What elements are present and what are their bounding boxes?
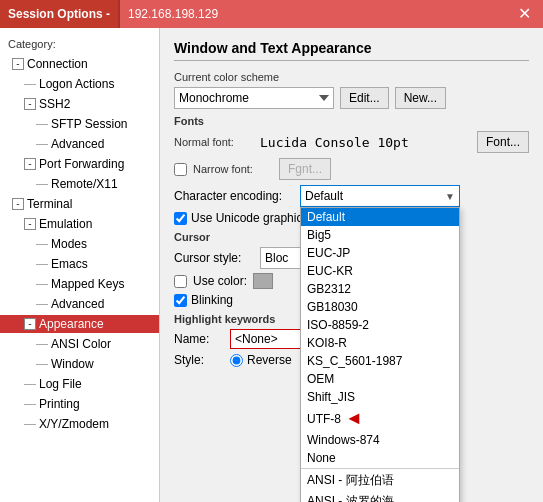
sidebar-item-emacs[interactable]: Emacs [0,254,159,274]
dash-icon [24,84,36,85]
char-encoding-row: Character encoding: Default ▼ Default Bi… [174,185,529,207]
sidebar-item-mapped-keys[interactable]: Mapped Keys [0,274,159,294]
dash-icon-modes [36,244,48,245]
expand-icon-terminal: - [12,198,24,210]
dash-icon-remote-x11 [36,184,48,185]
sidebar-item-appearance[interactable]: - Appearance [0,314,159,334]
fonts-label: Fonts [174,115,529,127]
sidebar-item-window[interactable]: Window [0,354,159,374]
use-color-label: Use color: [193,274,247,288]
dropdown-item-utf8[interactable]: UTF-8 ◄ [301,406,459,431]
sidebar-label-terminal: Terminal [27,197,72,211]
name-input[interactable] [230,329,310,349]
encoding-dropdown-arrow[interactable]: ▼ [441,191,459,202]
sidebar-item-advanced-ssh[interactable]: Advanced [0,134,159,154]
char-encoding-label: Character encoding: [174,189,294,203]
blinking-label: Blinking [191,293,233,307]
sidebar-item-log-file[interactable]: Log File [0,374,159,394]
dropdown-item-shift-jis[interactable]: Shift_JIS [301,388,459,406]
dropdown-item-default[interactable]: Default [301,208,459,226]
sidebar-item-port-forwarding[interactable]: - Port Forwarding [0,154,159,174]
use-color-checkbox[interactable] [174,275,187,288]
narrow-font-checkbox[interactable] [174,163,187,176]
sidebar-label-window: Window [51,357,94,371]
dropdown-item-oem[interactable]: OEM [301,370,459,388]
color-scheme-label: Current color scheme [174,71,529,83]
sidebar-label-appearance: Appearance [39,317,104,331]
sidebar-label-advanced-ssh: Advanced [51,137,104,151]
encoding-dropdown-container: Default ▼ Default Big5 EUC-JP EUC-KR GB2… [300,185,460,207]
dropdown-item-gb2312[interactable]: GB2312 [301,280,459,298]
expand-icon-connection: - [12,58,24,70]
expand-icon-ssh2: - [24,98,36,110]
dash-icon-log-file [24,384,36,385]
sidebar-item-terminal[interactable]: - Terminal [0,194,159,214]
narrow-font-row: Narrow font: Fgnt... [174,158,529,180]
normal-font-label: Normal font: [174,136,254,148]
edit-button[interactable]: Edit... [340,87,389,109]
dash-icon-mapped-keys [36,284,48,285]
style-reverse-radio[interactable] [230,354,243,367]
sidebar-item-advanced-term[interactable]: Advanced [0,294,159,314]
sidebar-label-mapped-keys: Mapped Keys [51,277,124,291]
dropdown-item-koi8r[interactable]: KOI8-R [301,334,459,352]
dash-icon-printing [24,404,36,405]
sidebar-item-printing[interactable]: Printing [0,394,159,414]
main-content: Category: - Connection Logon Actions - S… [0,28,543,502]
dropdown-item-iso-8859-2[interactable]: ISO-8859-2 [301,316,459,334]
sidebar-label-ssh2: SSH2 [39,97,70,111]
dash-icon-advanced-term [36,304,48,305]
use-unicode-checkbox[interactable] [174,212,187,225]
sidebar-item-sftp[interactable]: SFTP Session [0,114,159,134]
dropdown-item-ansi-arabic[interactable]: ANSI - 阿拉伯语 [301,470,459,491]
sidebar-label-printing: Printing [39,397,80,411]
dropdown-item-big5[interactable]: Big5 [301,226,459,244]
sidebar-item-remote-x11[interactable]: Remote/X11 [0,174,159,194]
dropdown-item-euc-kr[interactable]: EUC-KR [301,262,459,280]
dash-icon-window [36,364,48,365]
narrow-font-label: Narrow font: [193,163,273,175]
font-button[interactable]: Font... [477,131,529,153]
dropdown-item-ansi-baltic[interactable]: ANSI - 波罗的海 [301,491,459,502]
dropdown-item-windows874[interactable]: Windows-874 [301,431,459,449]
expand-icon-emulation: - [24,218,36,230]
blinking-checkbox[interactable] [174,294,187,307]
sidebar-label-ansi-color: ANSI Color [51,337,111,351]
dropdown-item-ks-c[interactable]: KS_C_5601-1987 [301,352,459,370]
sidebar-item-connection[interactable]: - Connection [0,54,159,74]
dropdown-item-none[interactable]: None [301,449,459,467]
close-button[interactable]: ✕ [512,4,537,24]
sidebar-item-modes[interactable]: Modes [0,234,159,254]
sidebar-item-ansi-color[interactable]: ANSI Color [0,334,159,354]
title-bar: Session Options - 192.168.198.129 ✕ [0,0,543,28]
color-swatch[interactable] [253,273,273,289]
fgnt-button[interactable]: Fgnt... [279,158,331,180]
encoding-selected-value: Default [301,189,441,203]
style-radio-row: Reverse [230,353,292,367]
sidebar-item-ssh2[interactable]: - SSH2 [0,94,159,114]
color-scheme-select[interactable]: Monochrome [174,87,334,109]
sidebar-label-connection: Connection [27,57,88,71]
category-label: Category: [0,36,159,54]
dropdown-item-gb18030[interactable]: GB18030 [301,298,459,316]
style-label: Style: [174,353,224,367]
title-bar-left: Session Options - 192.168.198.129 [0,0,218,28]
dash-icon-xy-zmodem [24,424,36,425]
dash-icon-ansi-color [36,344,48,345]
sidebar-label-emacs: Emacs [51,257,88,271]
app-label: Session Options - [0,0,120,28]
utf8-label: UTF-8 [307,412,341,426]
new-button[interactable]: New... [395,87,446,109]
sidebar-item-xy-zmodem[interactable]: X/Y/Zmodem [0,414,159,434]
sidebar-item-emulation[interactable]: - Emulation [0,214,159,234]
sidebar-label-emulation: Emulation [39,217,92,231]
sidebar-label-xy-zmodem: X/Y/Zmodem [39,417,109,431]
encoding-dropdown-list: Default Big5 EUC-JP EUC-KR GB2312 GB1803… [300,207,460,502]
sidebar-item-logon-actions[interactable]: Logon Actions [0,74,159,94]
style-reverse-label: Reverse [247,353,292,367]
dropdown-item-euc-jp[interactable]: EUC-JP [301,244,459,262]
normal-font-value: Lucida Console 10pt [260,135,471,150]
window-title: 192.168.198.129 [120,7,218,21]
sidebar-label-log-file: Log File [39,377,82,391]
sidebar-label-remote-x11: Remote/X11 [51,177,118,191]
